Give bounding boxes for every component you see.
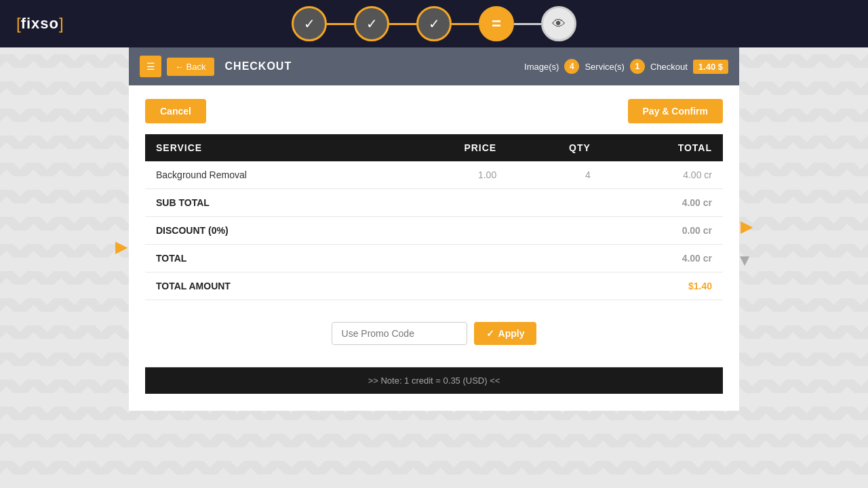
col-qty: QTY	[507, 134, 601, 161]
note-text: >> Note: 1 credit = 0.35 (USD) <<	[368, 375, 500, 386]
connector-3	[452, 23, 479, 25]
arrow-right-top-icon: ▶	[741, 217, 753, 236]
apply-label: Apply	[498, 328, 525, 339]
menu-button[interactable]: ☰	[140, 56, 161, 77]
total-row: TOTAL 4.00 cr	[145, 245, 723, 272]
total-amount-label: TOTAL AMOUNT	[145, 272, 601, 300]
connector-1	[327, 23, 354, 25]
logo: [ fixso ]	[16, 14, 64, 33]
promo-cell: ✓ Apply	[145, 300, 723, 367]
content-panel: Cancel Pay & Confirm SERVICE PRICE QTY T…	[129, 85, 739, 411]
check-icon-1: ✓	[304, 16, 315, 32]
subtotal-label: SUB TOTAL	[145, 189, 601, 217]
service-table: SERVICE PRICE QTY TOTAL Background Remov…	[145, 134, 723, 367]
subtotal-row: SUB TOTAL 4.00 cr	[145, 189, 723, 217]
check-icon-3: ✓	[429, 16, 440, 32]
step-2: ✓	[354, 6, 389, 41]
header-badges: Image(s) 4 Service(s) 1 Checkout 1.40 $	[524, 59, 728, 74]
images-count: 4	[564, 59, 579, 74]
total-label: TOTAL	[145, 245, 601, 272]
checkout-title: CHECKOUT	[225, 60, 292, 73]
col-price: PRICE	[390, 134, 508, 161]
total-amount-row: TOTAL AMOUNT $1.40	[145, 272, 723, 300]
total-amount-value: $1.40	[601, 272, 723, 300]
check-icon-2: ✓	[366, 16, 378, 32]
equals-icon: =	[492, 14, 501, 33]
progress-steps: ✓ ✓ ✓ = 👁	[292, 6, 576, 41]
table-header-row: SERVICE PRICE QTY TOTAL	[145, 134, 723, 161]
apply-button[interactable]: ✓ Apply	[474, 322, 537, 345]
sub-header: ☰ ← Back CHECKOUT Image(s) 4 Service(s) …	[129, 47, 739, 85]
cancel-button[interactable]: Cancel	[145, 99, 206, 123]
apply-check-icon: ✓	[486, 328, 494, 339]
discount-row: DISCOUNT (0%) 0.00 cr	[145, 217, 723, 245]
logo-bracket-right: ]	[59, 14, 64, 33]
arrow-left-icon: ▶	[115, 237, 127, 256]
table-row: Background Removal 1.00 4 4.00 cr	[145, 161, 723, 189]
main-content: ☰ ← Back CHECKOUT Image(s) 4 Service(s) …	[129, 47, 739, 411]
promo-section: ✓ Apply	[156, 308, 712, 359]
step-1: ✓	[292, 6, 327, 41]
discount-label: DISCOUNT (0%)	[145, 217, 601, 245]
service-name: Background Removal	[145, 161, 390, 189]
total-value: 4.00 cr	[601, 245, 723, 272]
logo-bracket-left: [	[16, 14, 21, 33]
images-label: Image(s)	[524, 62, 559, 72]
col-service: SERVICE	[145, 134, 390, 161]
service-total: 4.00 cr	[601, 161, 723, 189]
note-bar: >> Note: 1 credit = 0.35 (USD) <<	[145, 367, 723, 394]
service-price: 1.00	[390, 161, 508, 189]
step-4: =	[479, 6, 514, 41]
navbar: [ fixso ] ✓ ✓ ✓ = 👁	[0, 0, 868, 47]
logo-text: fixso	[21, 15, 59, 33]
step-3: ✓	[416, 6, 452, 41]
action-bar: Cancel Pay & Confirm	[145, 99, 723, 123]
back-button[interactable]: ← Back	[167, 58, 214, 76]
service-qty: 4	[507, 161, 601, 189]
eye-icon: 👁	[552, 16, 566, 32]
services-label: Service(s)	[585, 62, 625, 72]
connector-2	[389, 23, 416, 25]
pay-confirm-button[interactable]: Pay & Confirm	[628, 99, 723, 123]
promo-row: ✓ Apply	[145, 300, 723, 367]
col-total: TOTAL	[601, 134, 723, 161]
subtotal-value: 4.00 cr	[601, 189, 723, 217]
checkout-label: Checkout	[650, 62, 688, 72]
step-5: 👁	[541, 6, 576, 41]
promo-input[interactable]	[332, 322, 467, 345]
discount-value: 0.00 cr	[601, 217, 723, 245]
services-count: 1	[630, 59, 645, 74]
connector-4	[514, 23, 541, 25]
checkout-value: 1.40 $	[693, 60, 728, 74]
